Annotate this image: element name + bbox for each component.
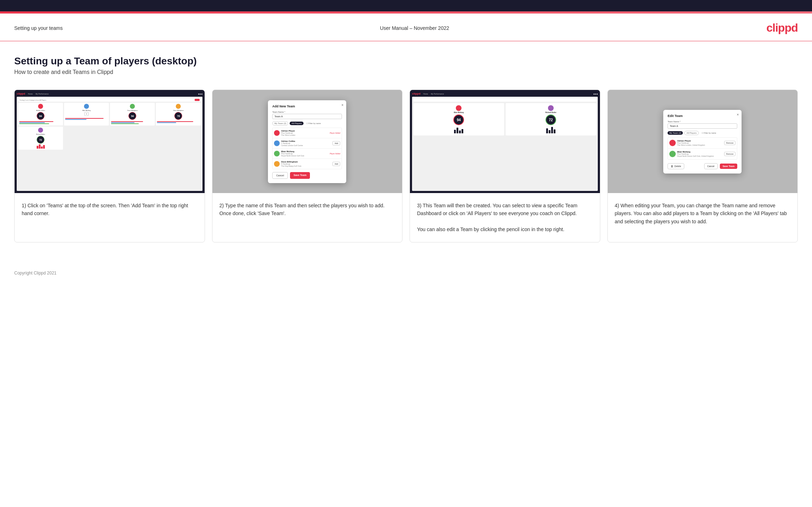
ss1-chart-bar-2: [39, 144, 41, 149]
modal1-title: Add New Team: [272, 105, 342, 108]
modal1-avatar-3: [274, 151, 280, 156]
ss1-score-4: 78: [174, 112, 182, 120]
modal2-footer: 🗑 Delete Cancel Save Team: [668, 163, 737, 169]
modal2-tab-allplayers[interactable]: All Players: [684, 131, 698, 135]
ss1-add-btn: [195, 99, 200, 101]
modal1-tab-allplayers[interactable]: All Players: [290, 122, 303, 125]
modal2-tabs: My Team (2) All Players ☐ Filter by name: [668, 131, 737, 135]
card-3-para-2: You can also edit a Team by clicking the…: [417, 225, 593, 233]
ss1-score-1: 84: [37, 112, 44, 120]
modal2-label: Team Name *: [668, 121, 737, 123]
card-1-screenshot: clippd Home My Performance ■ ■ ■ Finding…: [15, 90, 205, 193]
modal2-player-1: Adrian Player Plus Handicap The Shire Lo…: [668, 138, 737, 149]
edit-team-modal: Edit Team × Team Name * Team A My Team (…: [663, 110, 742, 174]
card-4-text: 4) When editing your Team, you can chang…: [608, 193, 798, 242]
ss1-bars-4: [157, 121, 200, 123]
card-4-screenshot: Edit Team × Team Name * Team A My Team (…: [608, 90, 798, 193]
card-3-text: 3) This Team will then be created. You c…: [410, 193, 600, 242]
ss1-row2: Richard Butler 72: [18, 127, 201, 150]
ss1-name-2: Blair McHarg: [83, 110, 91, 111]
modal1-player-3-status: Player Added: [329, 153, 340, 155]
ss1-bar-4b: [157, 122, 176, 123]
ss3-top-bar: [413, 98, 596, 102]
ss3-avatar-2: [548, 105, 554, 111]
ss1-player-4: Dave Billingham 78: [156, 103, 201, 126]
ss1-players-grid: Adrian Collins 84: [18, 103, 201, 126]
ss3-nav-actions: ■ ■ ■: [594, 93, 598, 95]
ss1-avatar-3: [130, 104, 135, 109]
modal1-player-4-add[interactable]: Add: [332, 162, 340, 166]
modal2-player-2-remove[interactable]: Remove: [724, 152, 735, 156]
header: Setting up your teams User Manual – Nove…: [0, 14, 812, 41]
modal1-label: Team Name *: [272, 111, 342, 113]
modal1-save-btn[interactable]: Save Team: [290, 172, 310, 179]
ss1-chart-bar-3: [41, 146, 43, 149]
modal2-close[interactable]: ×: [737, 113, 739, 117]
ss1-avatar-2: [84, 104, 89, 109]
modal2-save-btn[interactable]: Save Team: [720, 164, 737, 169]
card-3-screenshot: clippd Home My Performance ■ ■ ■ Blair M…: [410, 90, 600, 193]
modal1-player-1-club: The Shire London: [281, 134, 328, 136]
modal2-cancel-btn[interactable]: Cancel: [704, 163, 718, 169]
modal1-player-2-add[interactable]: Add: [332, 141, 340, 145]
ss3-score-1: 94: [453, 114, 464, 125]
ss1-score-0: 0: [84, 112, 89, 116]
main-content: Setting up a Team of players (desktop) H…: [0, 41, 812, 264]
modal1-player-3: Blair McHarg Plus Handicap Royal North D…: [273, 149, 342, 159]
ss1-name-5: Richard Butler: [36, 133, 45, 135]
modal1-filter: ☐ Filter by name: [306, 122, 321, 124]
modal2-player-2-info: Blair McHarg Plus Handicap Royal North D…: [677, 151, 723, 157]
card-1-text: 1) Click on 'Teams' at the top of the sc…: [15, 193, 205, 242]
modal1-player-4: Dave Billingham 5 Handicap The Dog Majog…: [273, 159, 342, 169]
ss1-nav-teams: My Performance: [36, 93, 49, 95]
ss1-bar-1a: [19, 121, 53, 122]
screenshot-4-overlay: Edit Team × Team Name * Team A My Team (…: [608, 90, 798, 193]
ss3-nav: clippd Home My Performance ■ ■ ■: [412, 92, 598, 95]
ss1-bar-3a: [111, 121, 143, 122]
modal2-input[interactable]: Team A: [668, 123, 737, 129]
add-team-modal: Add New Team × Team Name * Team A My Tea…: [268, 100, 346, 183]
ss1-bars-3: [111, 121, 154, 124]
modal1-filter-icon: ☐: [306, 122, 308, 124]
card-2-screenshot: Add New Team × Team Name * Team A My Tea…: [212, 90, 402, 193]
card-4: Edit Team × Team Name * Team A My Team (…: [607, 90, 798, 242]
card-3-para-1: 3) This Team will then be created. You c…: [417, 202, 593, 218]
modal1-player-1-info: Adrian Player Plus Handicap The Shire Lo…: [281, 130, 328, 136]
modal2-tab-myteam[interactable]: My Team (2): [668, 131, 683, 135]
modal2-delete-btn[interactable]: 🗑 Delete: [668, 163, 684, 169]
screenshot-1-bg: clippd Home My Performance ■ ■ ■ Finding…: [15, 90, 205, 193]
modal1-player-list: Adrian Player Plus Handicap The Shire Lo…: [272, 128, 342, 169]
ss1-player-1: Adrian Collins 84: [18, 103, 63, 126]
modal1-cancel-btn[interactable]: Cancel: [272, 172, 288, 179]
ss3-cbar-5: [546, 128, 548, 133]
modal2-filter-icon: ☐: [702, 132, 703, 134]
ss3-nav-home: Home: [423, 93, 428, 95]
ss1-nav-actions: ■ ■ ■: [198, 93, 202, 95]
ss3-cbar-2: [457, 128, 458, 133]
ss3-chart-2: [546, 126, 555, 133]
ss3-cbar-6: [549, 130, 550, 133]
modal1-close[interactable]: ×: [341, 103, 343, 107]
modal2-avatar-2: [669, 151, 676, 157]
modal2-title: Edit Team: [668, 114, 737, 118]
logo: clippd: [766, 21, 798, 34]
ss1-body: Finding 4 out of 4 players from: All Pla…: [17, 97, 202, 191]
modal1-input[interactable]: Team A: [272, 114, 342, 119]
ss1-bar-1b: [19, 122, 45, 123]
modal1-player-3-club: Royal North Devon Golf Club: [281, 155, 328, 157]
modal1-tabs: My Team (2) All Players ☐ Filter by name: [272, 121, 342, 126]
ss3-cbar-1: [454, 130, 456, 133]
ss3-score-2: 72: [545, 114, 556, 125]
page-title: Setting up a Team of players (desktop): [14, 55, 798, 67]
modal2-player-list: Adrian Player Plus Handicap The Shire Lo…: [668, 137, 737, 160]
ss1-score-5: 72: [37, 136, 44, 144]
ss3-player-2: Richard Butler 72: [506, 103, 596, 135]
modal1-tab-myteam[interactable]: My Team (2): [272, 121, 288, 126]
modal1-avatar-1: [274, 130, 280, 136]
card-2-text: 2) Type the name of this Team and then s…: [212, 193, 402, 242]
modal1-avatar-4: [274, 161, 280, 167]
ss1-chart-5: [19, 144, 62, 149]
ss1-player-2: Blair McHarg 0: [64, 103, 109, 126]
modal1-player-4-club: The Dog Majog Golf Club: [281, 165, 331, 167]
modal2-player-1-remove[interactable]: Remove: [724, 141, 735, 145]
